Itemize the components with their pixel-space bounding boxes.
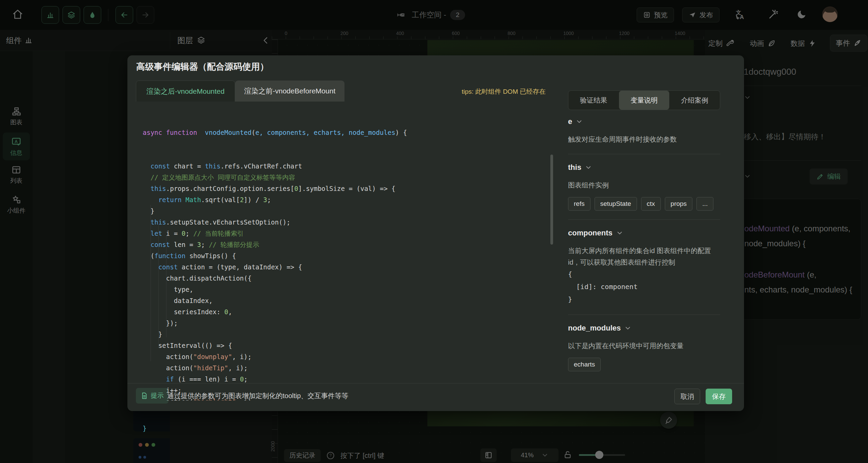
code-line: action("hideTip", i); bbox=[150, 362, 547, 374]
cancel-button[interactable]: 取消 bbox=[674, 389, 700, 404]
divider bbox=[568, 315, 720, 315]
code-line: action("downplay", i); bbox=[150, 351, 547, 362]
docs-section-name[interactable]: components bbox=[568, 229, 720, 237]
chevron-down-icon bbox=[624, 324, 632, 332]
tag-setupState[interactable]: setupState bbox=[595, 197, 637, 211]
document-icon bbox=[141, 392, 148, 399]
save-button[interactable]: 保存 bbox=[706, 389, 732, 404]
docs-section-this: this 图表组件实例refssetupStatectxprops... bbox=[568, 163, 720, 220]
code-line: const len = 3; // 轮播部分提示 bbox=[150, 239, 547, 250]
code-footer-line: } bbox=[143, 423, 547, 434]
code-line: return Math.sqrt(val[2]) / 3; bbox=[150, 194, 547, 206]
code-line: }); bbox=[150, 318, 547, 329]
code-line: // 定义地图原点大小 同理可自定义标签等等内容 bbox=[150, 172, 547, 183]
code-editor[interactable]: async function vnodeMounted(e, component… bbox=[143, 105, 547, 457]
docs-tab-label: 验证结果 bbox=[580, 96, 607, 105]
tag-echarts[interactable]: echarts bbox=[568, 358, 601, 371]
tab-vnode-before-mount[interactable]: 渲染之前-vnodeBeforeMount bbox=[235, 81, 344, 102]
tag-props[interactable]: props bbox=[665, 197, 693, 211]
tag-refs[interactable]: refs bbox=[568, 197, 590, 211]
modal-tips: tips: 此时组件 DOM 已经存在 bbox=[462, 87, 546, 96]
chevron-down-icon bbox=[616, 229, 623, 237]
code-line: this.props.chartConfig.option.series[0].… bbox=[150, 183, 547, 194]
indent-guide bbox=[150, 205, 151, 361]
code-scrollbar[interactable] bbox=[550, 155, 553, 245]
docs-section-desc: 图表组件实例 bbox=[568, 179, 720, 191]
docs-section-desc: 触发对应生命周期事件时接收的参数 bbox=[568, 133, 720, 145]
code-line: const action = (type, dataIndex) => { bbox=[150, 262, 547, 273]
docs-tab-变量说明[interactable]: 变量说明 bbox=[619, 91, 670, 110]
tag-ctx[interactable]: ctx bbox=[641, 197, 661, 211]
docs-sections: e 触发对应生命周期事件时接收的参数this 图表组件实例refssetupSt… bbox=[568, 114, 720, 371]
save-label: 保存 bbox=[712, 392, 726, 401]
code-line: dataIndex, bbox=[150, 295, 547, 306]
tag-...[interactable]: ... bbox=[696, 197, 713, 211]
code-line: setInterval(() => { bbox=[150, 340, 547, 351]
code-line: chart.dispatchAction({ bbox=[150, 273, 547, 284]
hint-label: 提示 bbox=[151, 391, 164, 400]
modal-footer-divider bbox=[127, 383, 744, 384]
code-line: } bbox=[150, 329, 547, 340]
docs-section-desc: 以下是内置在代码环境中可用的包变量 bbox=[568, 340, 720, 352]
indent-guide bbox=[158, 225, 159, 348]
docs-tab-验证结果[interactable]: 验证结果 bbox=[568, 91, 619, 110]
docs-section-name[interactable]: this bbox=[568, 163, 720, 172]
code-line: let i = 0; // 当前轮播索引 bbox=[150, 228, 547, 239]
indent-guide bbox=[166, 235, 166, 337]
code-body[interactable]: const chart = this.refs.vChartRef.chart/… bbox=[143, 161, 547, 400]
hint-text: 通过提供的参数可为图表增加定制化的tooltip、交互事件等等 bbox=[167, 391, 348, 400]
hint-chip: 提示 bbox=[136, 388, 169, 404]
code-line: const chart = this.refs.vChartRef.chart bbox=[150, 161, 547, 172]
tab-label: 渲染之前-vnodeBeforeMount bbox=[244, 86, 335, 96]
tab-label: 渲染之后-vnodeMounted bbox=[146, 87, 225, 96]
docs-section-name[interactable]: node_modules bbox=[568, 324, 720, 333]
docs-section-e: e 触发对应生命周期事件时接收的参数 bbox=[568, 117, 720, 154]
app-root: 工作空间 - 2 预览 发布 文A 组件 图层 bbox=[0, 0, 868, 463]
divider bbox=[568, 219, 720, 220]
docs-tab-label: 介绍案例 bbox=[681, 96, 708, 105]
docs-tags: refssetupStatectxprops... bbox=[568, 197, 720, 211]
code-header-line: async function vnodeMounted(e, component… bbox=[143, 127, 547, 138]
code-line: type, bbox=[150, 284, 547, 295]
tab-vnode-mounted[interactable]: 渲染之后-vnodeMounted bbox=[136, 81, 235, 102]
code-line: seriesIndex: 0, bbox=[150, 306, 547, 318]
docs-section-desc: 当前大屏内所有组件的集合id 图表组件中的配置id，可以获取其他图表组件进行控制 bbox=[568, 245, 720, 268]
docs-tab-label: 变量说明 bbox=[631, 96, 658, 105]
divider bbox=[568, 154, 720, 154]
code-line: (function showTips() { bbox=[150, 250, 547, 262]
docs-tags: echarts bbox=[568, 358, 720, 371]
chevron-down-icon bbox=[575, 118, 583, 125]
advanced-event-editor-modal: 高级事件编辑器（配合源码使用） 渲染之后-vnodeMounted 渲染之前-v… bbox=[127, 55, 744, 411]
docs-code: { [id]: component } bbox=[568, 268, 720, 306]
docs-tab-介绍案例[interactable]: 介绍案例 bbox=[669, 91, 720, 110]
code-line: this.setupState.vEchartsSetOption(); bbox=[150, 217, 547, 228]
code-line: } bbox=[150, 206, 547, 217]
docs-section-name[interactable]: e bbox=[568, 117, 720, 126]
modal-title: 高级事件编辑器（配合源码使用） bbox=[136, 61, 269, 73]
chevron-down-icon bbox=[585, 164, 592, 171]
docs-tabs: 验证结果变量说明介绍案例 bbox=[568, 90, 720, 110]
docs-section-node_modules: node_modules 以下是内置在代码环境中可用的包变量echarts bbox=[568, 324, 720, 371]
docs-section-components: components 当前大屏内所有组件的集合id 图表组件中的配置id，可以获… bbox=[568, 229, 720, 315]
cancel-label: 取消 bbox=[680, 392, 694, 401]
